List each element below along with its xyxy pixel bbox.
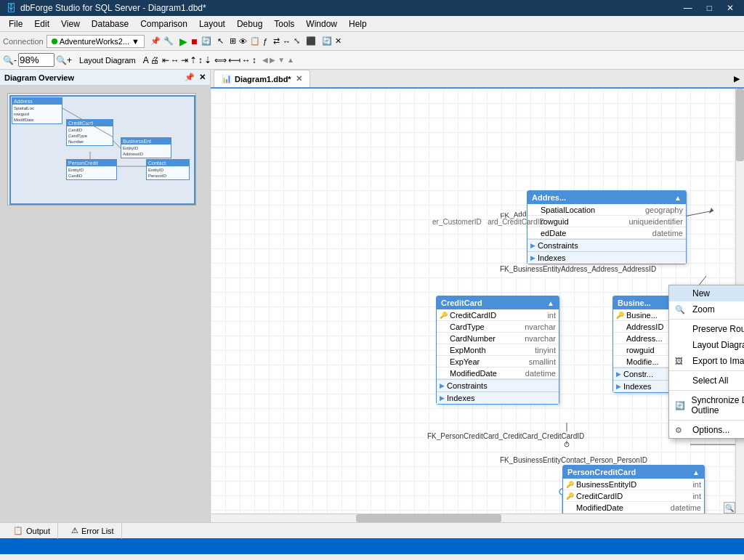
table-address[interactable]: Addres... ▲ SpatialLocation geography ro… bbox=[527, 190, 687, 264]
cm-item-export-image[interactable]: 🖼 Export to Image... bbox=[669, 353, 744, 369]
canvas[interactable]: FK_Address_StateProvince_StateProvinceID… bbox=[211, 89, 744, 522]
table-personcreditcard-header[interactable]: PersonCreditCard ▲ bbox=[563, 466, 704, 479]
status-tab-output[interactable]: 📋 Output bbox=[6, 523, 58, 539]
tab-scroll-right[interactable]: ▶ bbox=[729, 71, 744, 86]
window-controls[interactable]: — □ ✕ bbox=[679, 3, 738, 13]
panel-header: Diagram Overview 📌 ✕ bbox=[0, 70, 210, 86]
panel-content: Address SpatialLocrowguidModifDate Credi… bbox=[0, 86, 210, 522]
diagram-view-button[interactable]: ⬛ bbox=[306, 36, 316, 46]
play-button[interactable]: ▶ bbox=[179, 36, 187, 47]
table-address-header[interactable]: Addres... ▲ bbox=[527, 191, 686, 204]
bottom-status bbox=[0, 538, 744, 554]
hsize-btn[interactable]: ↔ bbox=[242, 55, 251, 65]
output-icon: 📋 bbox=[13, 526, 23, 535]
constraints-section[interactable]: ▶ Constraints bbox=[527, 239, 686, 251]
connection-bar: Connection AdventureWorks2... ▼ 📌 🔧 ▶ ⏹ … bbox=[0, 32, 744, 51]
table-personcreditcard-expand[interactable]: ▲ bbox=[692, 468, 700, 476]
tab-icon: 📊 bbox=[222, 74, 232, 84]
connection-dropdown-icon[interactable]: ▼ bbox=[132, 37, 140, 46]
zoom-in-btn[interactable]: 🔍+ bbox=[56, 55, 72, 65]
cm-options-label: Options... bbox=[692, 425, 729, 435]
menu-edit[interactable]: Edit bbox=[28, 17, 55, 31]
schema-button[interactable]: 🔧 bbox=[163, 36, 174, 46]
connection-selector[interactable]: AdventureWorks2... ▼ bbox=[46, 35, 145, 48]
fk-label-2: FK_BusinessEntityAddress_Address_Address… bbox=[498, 264, 658, 274]
layout-diagram-btn[interactable]: Layout Diagram bbox=[75, 56, 140, 65]
cancel-button[interactable]: ✕ bbox=[335, 36, 341, 46]
stop-button[interactable]: ⏹ bbox=[190, 37, 198, 46]
vsize-btn[interactable]: ↕ bbox=[252, 55, 256, 65]
cm-item-preserve-routing[interactable]: Preserve Routing bbox=[669, 321, 744, 337]
indexes-section[interactable]: ▶ Indexes bbox=[437, 391, 559, 404]
tab-close-icon[interactable]: ✕ bbox=[296, 74, 302, 84]
cursor-button[interactable]: ↖ bbox=[217, 36, 224, 46]
cm-item-zoom[interactable]: 🔍 Zoom ▶ bbox=[669, 301, 744, 317]
toolbar2: 🔍- 98% 🔍+ Layout Diagram A 🖨 ⇤ ↔ ⇥ ⇡ ↕ ⇣… bbox=[0, 51, 744, 70]
align-right-btn[interactable]: ⇥ bbox=[181, 55, 188, 65]
table-button[interactable]: ⊞ bbox=[230, 36, 236, 46]
connection-label: Connection bbox=[3, 37, 44, 46]
cm-item-layout-diagram[interactable]: Layout Diagram bbox=[669, 337, 744, 353]
expand-icon: ▶ bbox=[440, 394, 445, 402]
hspace-btn[interactable]: ⟺ bbox=[214, 55, 227, 65]
error-list-label: Error List bbox=[81, 527, 114, 535]
close-button[interactable]: ✕ bbox=[722, 3, 738, 13]
font-btn[interactable]: A bbox=[143, 55, 149, 65]
cm-sync-label: Synchronize Document Outline bbox=[691, 395, 744, 415]
vspace-btn[interactable]: ⟻ bbox=[228, 55, 240, 65]
table-creditcard-title: CreditCard bbox=[441, 299, 482, 307]
cm-zoom-label: Zoom bbox=[692, 304, 715, 315]
space-button[interactable]: ↔ bbox=[283, 37, 291, 46]
status-tab-error-list[interactable]: ⚠ Error List bbox=[64, 523, 122, 539]
view-button[interactable]: 👁 bbox=[239, 37, 247, 46]
menu-window[interactable]: Window bbox=[300, 17, 343, 31]
proc-button[interactable]: 📋 bbox=[250, 36, 260, 46]
zoom-full-button[interactable]: 🔍 bbox=[724, 502, 735, 514]
menu-help[interactable]: Help bbox=[343, 17, 373, 31]
constraints-section[interactable]: ▶ Constraints bbox=[437, 379, 559, 391]
tb2-extra: ◀ ▶ ▼ ▲ bbox=[262, 56, 294, 64]
indexes-section[interactable]: ▶ Indexes bbox=[527, 251, 686, 264]
cm-item-options[interactable]: ⚙ Options... bbox=[669, 422, 744, 438]
cm-item-new[interactable]: New ▶ ▦ Table 👁 View fx bbox=[669, 285, 744, 301]
maximize-button[interactable]: □ bbox=[703, 3, 716, 13]
menu-comparison[interactable]: Comparison bbox=[134, 17, 193, 31]
menu-database[interactable]: Database bbox=[86, 17, 134, 31]
cm-sep-1 bbox=[669, 319, 744, 320]
menu-layout[interactable]: Layout bbox=[193, 17, 231, 31]
table-address-expand[interactable]: ▲ bbox=[674, 194, 682, 202]
table-row: 🔑 BusinessEntityID int bbox=[563, 479, 704, 490]
table-creditcard-expand[interactable]: ▲ bbox=[547, 299, 554, 307]
align-button[interactable]: ⇄ bbox=[273, 36, 280, 46]
align-bottom-btn[interactable]: ⇣ bbox=[204, 55, 211, 65]
cm-item-select-all[interactable]: Select All Ctrl+A bbox=[669, 373, 744, 389]
minimize-button[interactable]: — bbox=[679, 3, 697, 13]
table-row: CardNumber nvarchar bbox=[437, 333, 559, 344]
table-creditcard[interactable]: CreditCard ▲ 🔑 CreditCardID int CardType… bbox=[436, 296, 559, 405]
pin-icon[interactable]: 📌 bbox=[185, 73, 195, 82]
pin-button[interactable]: 📌 bbox=[150, 36, 161, 46]
align-top-btn[interactable]: ⇡ bbox=[190, 55, 197, 65]
cm-item-sync-outline[interactable]: 🔄 Synchronize Document Outline bbox=[669, 392, 744, 418]
refresh2-button[interactable]: 🔄 bbox=[322, 36, 332, 46]
print-btn[interactable]: 🖨 bbox=[150, 55, 159, 65]
menu-view[interactable]: View bbox=[55, 17, 86, 31]
main-layout: Diagram Overview 📌 ✕ Address SpatialLocr… bbox=[0, 70, 744, 522]
menu-file[interactable]: File bbox=[3, 17, 28, 31]
menu-tools[interactable]: Tools bbox=[268, 17, 300, 31]
func-button[interactable]: ƒ bbox=[263, 37, 267, 46]
panel-header-controls[interactable]: 📌 ✕ bbox=[185, 73, 206, 82]
panel-close-icon[interactable]: ✕ bbox=[199, 73, 206, 82]
align-left-btn[interactable]: ⇤ bbox=[162, 55, 169, 65]
horizontal-scrollbar[interactable] bbox=[211, 514, 744, 522]
size-button[interactable]: ⤡ bbox=[294, 36, 300, 46]
refresh-button[interactable]: 🔄 bbox=[201, 36, 211, 46]
zoom-out-btn[interactable]: 🔍- bbox=[3, 55, 17, 65]
align-middle-btn[interactable]: ↕ bbox=[198, 55, 203, 65]
align-center-btn[interactable]: ↔ bbox=[171, 55, 179, 65]
svg-line-0 bbox=[62, 108, 113, 137]
table-creditcard-header[interactable]: CreditCard ▲ bbox=[437, 296, 559, 309]
zoom-input[interactable]: 98% bbox=[18, 53, 54, 67]
menu-debug[interactable]: Debug bbox=[231, 17, 268, 31]
tab-diagram1[interactable]: 📊 Diagram1.dbd* ✕ bbox=[214, 70, 310, 87]
